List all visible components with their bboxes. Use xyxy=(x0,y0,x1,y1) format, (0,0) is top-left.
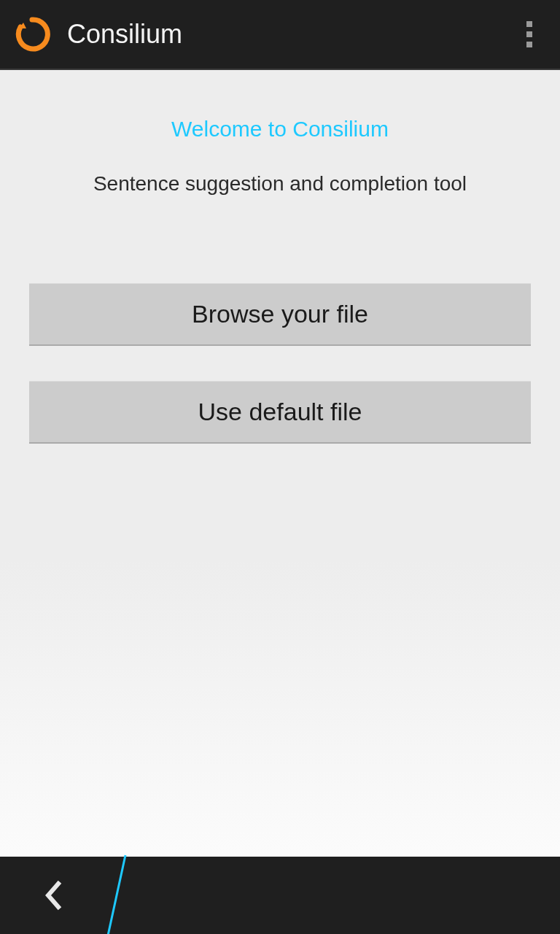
browse-file-button[interactable]: Browse your file xyxy=(29,283,531,346)
use-default-file-button[interactable]: Use default file xyxy=(29,381,531,444)
svg-line-0 xyxy=(108,855,125,934)
overflow-menu-icon[interactable] xyxy=(512,17,547,52)
subtitle-text: Sentence suggestion and completion tool xyxy=(29,172,531,196)
back-chevron-icon xyxy=(42,879,63,911)
main-content: Welcome to Consilium Sentence suggestion… xyxy=(0,70,560,857)
app-logo-icon xyxy=(13,15,51,53)
nav-divider-icon xyxy=(105,857,134,934)
back-button[interactable] xyxy=(0,857,105,934)
app-title: Consilium xyxy=(67,19,512,50)
bottom-nav-bar xyxy=(0,857,560,934)
app-header: Consilium xyxy=(0,0,560,70)
welcome-heading: Welcome to Consilium xyxy=(29,117,531,142)
